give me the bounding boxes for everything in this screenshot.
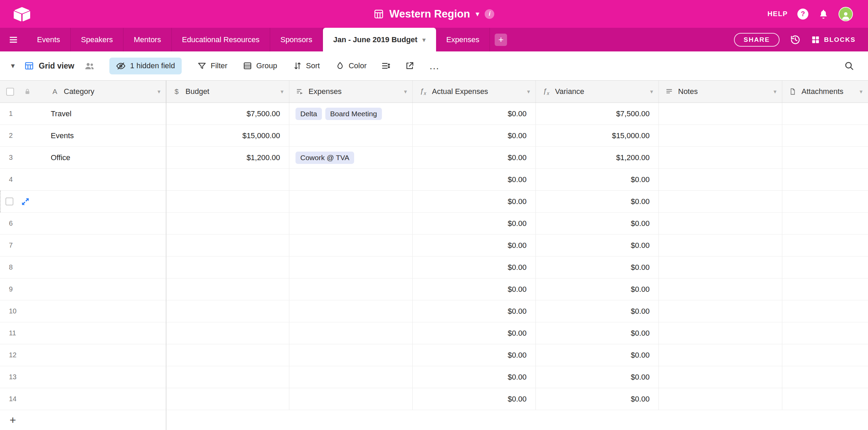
cell-actual-expenses[interactable]: $0.00 <box>413 256 536 278</box>
cell-category[interactable] <box>45 322 166 344</box>
cell-budget[interactable] <box>166 388 289 410</box>
cell-variance[interactable]: $0.00 <box>536 256 659 278</box>
cell-variance[interactable]: $0.00 <box>536 235 659 256</box>
filter-button[interactable]: Filter <box>197 61 227 70</box>
tab-events[interactable]: Events <box>27 28 71 51</box>
column-header-budget[interactable]: $Budget▾ <box>166 81 289 103</box>
chevron-down-icon[interactable]: ▾ <box>401 88 407 95</box>
row-number-cell[interactable]: 7 <box>0 235 45 256</box>
cell-attachments[interactable] <box>782 366 868 388</box>
expand-record-icon[interactable] <box>21 197 30 206</box>
cell-notes[interactable] <box>659 191 782 213</box>
cell-variance[interactable]: $0.00 <box>536 322 659 344</box>
cell-notes[interactable] <box>659 103 782 125</box>
cell-actual-expenses[interactable]: $0.00 <box>413 125 536 147</box>
column-header-actual-expenses[interactable]: ƒxActual Expenses▾ <box>413 81 536 103</box>
cell-attachments[interactable] <box>782 235 868 256</box>
chevron-down-icon[interactable]: ▾ <box>422 36 426 44</box>
cell-variance[interactable]: $0.00 <box>536 300 659 322</box>
cell-actual-expenses[interactable]: $0.00 <box>413 388 536 410</box>
sort-button[interactable]: Sort <box>293 61 320 70</box>
cell-category[interactable] <box>45 300 166 322</box>
cell-expenses[interactable] <box>289 235 413 256</box>
search-icon[interactable] <box>844 61 854 71</box>
row-checkbox[interactable] <box>5 198 13 205</box>
cell-variance[interactable]: $7,500.00 <box>536 103 659 125</box>
cell-expenses[interactable]: Cowork @ TVA <box>289 147 413 169</box>
history-icon[interactable] <box>790 34 801 45</box>
cell-variance[interactable]: $0.00 <box>536 344 659 366</box>
cell-actual-expenses[interactable]: $0.00 <box>413 366 536 388</box>
cell-budget[interactable]: $7,500.00 <box>166 103 289 125</box>
cell-category[interactable] <box>45 344 166 366</box>
cell-attachments[interactable] <box>782 388 868 410</box>
hamburger-menu-icon[interactable] <box>0 28 27 51</box>
tab-mentors[interactable]: Mentors <box>123 28 171 51</box>
row-number-cell[interactable]: 3 <box>0 147 45 169</box>
cell-variance[interactable]: $0.00 <box>536 169 659 191</box>
help-icon[interactable]: ? <box>797 9 808 20</box>
cell-expenses[interactable] <box>289 125 413 147</box>
column-header-attachments[interactable]: Attachments▾ <box>782 81 868 103</box>
cell-variance[interactable]: $1,200.00 <box>536 147 659 169</box>
cell-attachments[interactable] <box>782 213 868 235</box>
cell-budget[interactable] <box>166 191 289 213</box>
group-button[interactable]: Group <box>243 61 277 70</box>
add-table-button[interactable]: + <box>495 28 507 51</box>
linked-record-pill[interactable]: Delta <box>296 108 322 120</box>
cell-budget[interactable] <box>166 366 289 388</box>
cell-actual-expenses[interactable]: $0.00 <box>413 278 536 300</box>
column-header-expenses[interactable]: Expenses▾ <box>289 81 413 103</box>
cell-category[interactable] <box>45 388 166 410</box>
collapse-sidebar-icon[interactable]: ▾ <box>11 61 15 70</box>
tab-speakers[interactable]: Speakers <box>71 28 123 51</box>
cell-budget[interactable]: $1,200.00 <box>166 147 289 169</box>
cell-category[interactable]: Office <box>45 147 166 169</box>
cell-category[interactable]: Events <box>45 125 166 147</box>
cell-notes[interactable] <box>659 300 782 322</box>
cell-category[interactable]: Travel <box>45 103 166 125</box>
row-number-cell[interactable]: 13 <box>0 366 45 388</box>
row-number-cell[interactable]: 8 <box>0 256 45 278</box>
cell-variance[interactable]: $0.00 <box>536 278 659 300</box>
cell-budget[interactable] <box>166 213 289 235</box>
cell-attachments[interactable] <box>782 322 868 344</box>
cell-variance[interactable]: $0.00 <box>536 191 659 213</box>
cell-budget[interactable]: $15,000.00 <box>166 125 289 147</box>
row-number-cell[interactable]: 2 <box>0 125 45 147</box>
cell-category[interactable] <box>45 256 166 278</box>
share-view-icon[interactable] <box>405 61 414 71</box>
column-header-variance[interactable]: ƒxVariance▾ <box>536 81 659 103</box>
cell-expenses[interactable] <box>289 213 413 235</box>
cell-category[interactable] <box>45 169 166 191</box>
bell-icon[interactable] <box>818 9 829 20</box>
more-options-button[interactable]: … <box>429 62 440 69</box>
cell-actual-expenses[interactable]: $0.00 <box>413 103 536 125</box>
info-icon[interactable]: i <box>485 9 494 19</box>
cell-actual-expenses[interactable]: $0.00 <box>413 344 536 366</box>
cell-expenses[interactable] <box>289 322 413 344</box>
cell-attachments[interactable] <box>782 300 868 322</box>
cell-actual-expenses[interactable]: $0.00 <box>413 147 536 169</box>
cell-variance[interactable]: $15,000.00 <box>536 125 659 147</box>
share-button[interactable]: SHARE <box>734 33 780 47</box>
chevron-down-icon[interactable]: ▾ <box>771 88 776 95</box>
cell-actual-expenses[interactable]: $0.00 <box>413 322 536 344</box>
cell-budget[interactable] <box>166 235 289 256</box>
linked-record-pill[interactable]: Cowork @ TVA <box>296 152 354 164</box>
column-header-notes[interactable]: Notes▾ <box>659 81 782 103</box>
cell-expenses[interactable] <box>289 366 413 388</box>
cell-variance[interactable]: $0.00 <box>536 366 659 388</box>
color-button[interactable]: Color <box>336 61 367 70</box>
cell-expenses[interactable] <box>289 256 413 278</box>
cell-actual-expenses[interactable]: $0.00 <box>413 213 536 235</box>
cell-category[interactable] <box>45 366 166 388</box>
cell-attachments[interactable] <box>782 125 868 147</box>
cell-notes[interactable] <box>659 366 782 388</box>
chevron-down-icon[interactable]: ▾ <box>475 10 479 19</box>
hidden-fields-button[interactable]: 1 hidden field <box>109 58 182 74</box>
cell-attachments[interactable] <box>782 103 868 125</box>
blocks-button[interactable]: BLOCKS <box>811 35 856 44</box>
cell-attachments[interactable] <box>782 256 868 278</box>
cell-category[interactable] <box>45 191 166 213</box>
